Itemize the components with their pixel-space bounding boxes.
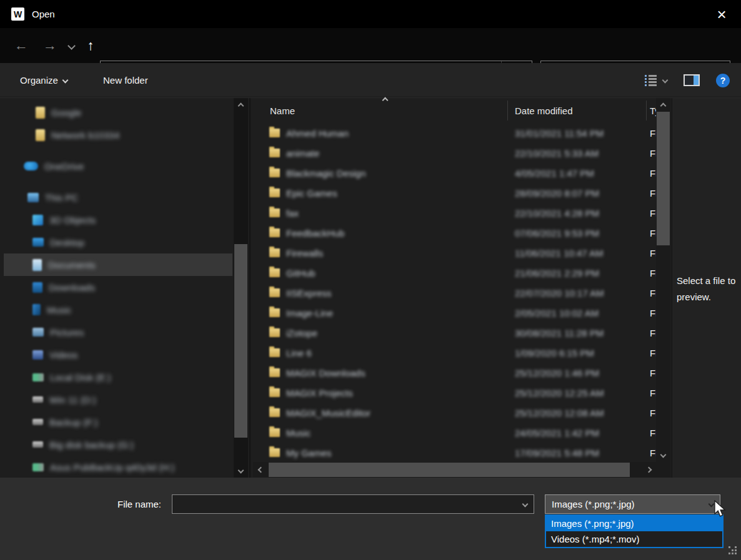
file-name-combobox [172,494,534,514]
file-row[interactable]: IISExpress 22/07/2020 10:17 AM File fold… [251,283,656,303]
chevron-down-icon [62,77,68,84]
file-type-select[interactable]: Images (*.png;*.jpg) [545,494,720,514]
folder-icon [269,129,280,137]
column-header-name[interactable]: Name [270,106,295,116]
command-bar: Organize New folder ? [0,63,741,97]
file-type-option[interactable]: Images (*.png;*.jpg) [546,516,722,531]
content-area: Google Network b10334 OneDrive This PC 3… [0,98,741,478]
file-row[interactable]: Epic Games 28/09/2020 8:07 PM File folde… [251,183,656,203]
tree-item[interactable]: Music [4,298,232,321]
scrollbar-thumb[interactable] [269,463,630,477]
folder-icon [269,189,280,197]
tree-item-label: Google [51,107,81,118]
column-header-date-modified[interactable]: Date modified [515,106,573,116]
tree-item[interactable]: Google [4,101,232,124]
scroll-right-button[interactable] [641,462,656,478]
new-folder-label: New folder [103,75,148,86]
tree-item[interactable]: Videos [4,343,232,366]
tree-item[interactable]: Downloads [4,276,232,298]
file-name-input[interactable] [172,499,523,509]
toolbar-right-group: ? [645,63,730,97]
folder-icon [269,209,280,217]
organize-button[interactable]: Organize [20,63,67,97]
folder-icon [269,228,280,237]
sidebar-scrollbar[interactable] [234,98,248,478]
tree-item[interactable]: Documents [4,253,232,276]
close-button[interactable]: × [702,0,741,28]
file-row[interactable]: GitHub 21/06/2021 2:29 PM File folder [251,263,656,283]
scroll-left-button[interactable] [253,462,268,478]
tree-item[interactable]: 3D Objects [4,209,232,231]
preview-message: Select a file to preview. [677,273,739,306]
tree-item[interactable]: Big disk backup (G:) [4,433,232,456]
tree-item[interactable]: Backup (F:) [4,411,232,433]
file-row[interactable]: My Games 17/09/2021 5:48 PM File folder [251,443,656,462]
file-name-label: File name: [117,499,161,509]
change-view-button[interactable] [645,75,667,86]
scrollbar-thumb[interactable] [657,112,670,245]
preview-pane-icon[interactable] [684,74,700,86]
tree-item[interactable]: Pictures [4,321,232,343]
file-row[interactable]: iZotope 30/08/2021 11:28 PM File folder [251,323,656,343]
help-icon[interactable]: ? [716,74,730,87]
folder-icon [269,388,280,397]
file-row[interactable]: FeedbackHub 07/06/2021 9:53 PM File fold… [251,223,656,243]
pictures-icon [32,328,44,336]
up-button[interactable]: ↑ [80,28,101,63]
file-type: File folder [650,208,656,219]
folder-icon [269,308,280,317]
folder-icon [36,107,45,119]
folder-icon [269,328,280,337]
scroll-up-button[interactable] [234,99,248,112]
tree-item[interactable]: This PC [4,186,232,209]
file-row[interactable]: fax 22/10/2021 4:28 PM File folder [251,203,656,223]
folder-icon [269,428,280,437]
file-row[interactable]: MAGIX_MusicEditor 25/12/2020 12:08 AM Fi… [251,403,656,423]
new-folder-button[interactable]: New folder [103,63,148,97]
tree-item[interactable]: Network b10334 [4,124,232,146]
chevron-down-icon[interactable] [522,501,529,508]
file-list: Name Date modified Type Ahmed Human 31/0… [249,98,656,478]
file-row[interactable]: Firewalls 11/06/2021 10:47 AM File folde… [251,243,656,263]
horizontal-scrollbar[interactable] [253,462,656,478]
file-row[interactable]: MAGIX Projects 25/12/2020 12:25 AM File … [251,383,656,403]
folder-icon [269,149,280,157]
tree-item[interactable]: Win 11 (D:) [4,388,232,411]
open-dialog: W Open × ← → ↑ This PC Documents [0,0,741,560]
file-date-modified: 2/05/2021 10:02 AM [515,308,599,318]
scroll-down-button[interactable] [656,448,670,461]
scrollbar-thumb[interactable] [234,244,247,438]
file-type: File folder [650,428,656,438]
details-view-icon [645,75,657,86]
objects-3d-icon [32,215,43,225]
file-list-scrollbar[interactable] [656,98,670,462]
preview-pane: Select a file to preview. [672,98,741,478]
resize-grip[interactable] [729,546,738,556]
drive-gray-icon [32,419,43,425]
drive-green-icon [32,373,44,381]
file-row[interactable]: animate 22/10/2021 5:33 AM File folder [251,143,656,163]
file-row[interactable]: Music 24/05/2021 1:42 PM File folder [251,423,656,443]
file-date-modified: 25/12/2020 12:25 AM [515,388,604,398]
scroll-up-button[interactable] [656,99,670,112]
back-button[interactable]: ← [9,28,34,63]
forward-button[interactable]: → [37,28,62,63]
file-type: File folder [650,448,656,458]
file-row[interactable]: MAGIX Downloads 25/12/2020 1:46 PM File … [251,363,656,383]
file-row[interactable]: Image-Line 2/05/2021 10:02 AM File folde… [251,303,656,323]
file-type-option[interactable]: Videos (*.mp4;*.mov) [546,531,722,547]
recent-locations-button[interactable] [62,28,80,63]
drive-green-icon [32,463,44,471]
tree-item[interactable]: Desktop [4,231,232,253]
folder-icon [269,408,280,417]
file-row[interactable]: Ahmed Human 31/01/2021 11:54 PM File fol… [251,123,656,143]
tree-item[interactable]: Local Disk (E:) [4,366,232,388]
folder-icon [36,129,45,141]
scroll-down-button[interactable] [234,464,248,476]
tree-item[interactable]: OneDrive [4,155,232,177]
tree-item[interactable]: Asus PubBackUp q40y3d (H:) [4,456,232,478]
file-type: File folder [650,188,656,199]
file-row[interactable]: Blackmagic Design 4/05/2021 1:47 PM File… [251,163,656,183]
file-date-modified: 17/09/2021 5:48 PM [515,448,599,458]
file-row[interactable]: Line 6 1/09/2020 6:15 PM File folder [251,343,656,363]
